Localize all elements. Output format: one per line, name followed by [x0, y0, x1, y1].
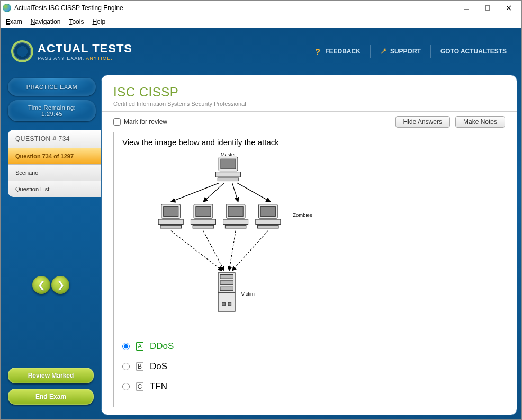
header: ACTUAL TESTS PASS ANY EXAM. ANYTIME. ? F…: [1, 28, 521, 75]
answers: A DDoS B DoS C TFN: [122, 341, 500, 392]
diagram-master-label: Master: [221, 152, 236, 157]
diagram-zombies-label: Zombies: [293, 212, 312, 218]
next-question-button[interactable]: [51, 276, 69, 294]
svg-rect-7: [218, 178, 239, 181]
svg-rect-21: [228, 207, 243, 217]
question-area[interactable]: View the image below and identify the at…: [113, 132, 509, 407]
separator: [370, 45, 371, 58]
feedback-label: FEEDBACK: [325, 48, 361, 55]
svg-line-11: [237, 183, 271, 202]
maximize-button[interactable]: [477, 1, 498, 15]
content-header: ISC CISSP Certified Information Systems …: [102, 75, 517, 112]
svg-line-29: [203, 231, 224, 271]
logo-line2: PASS ANY EXAM. ANYTIME.: [38, 56, 132, 61]
answer-a-radio[interactable]: [122, 343, 130, 350]
answer-c-radio[interactable]: [122, 383, 130, 390]
svg-rect-37: [222, 302, 226, 306]
separator: [305, 45, 305, 58]
logo-icon: [8, 37, 37, 66]
svg-rect-26: [256, 219, 281, 224]
main-split: PRACTICE EXAM Time Remaining: 1:29:45 QU…: [1, 75, 521, 419]
mark-label: Mark for review: [124, 118, 167, 126]
support-link[interactable]: SUPPORT: [376, 48, 425, 55]
answer-b-letter: B: [136, 362, 143, 371]
nav-arrows: [1, 265, 101, 305]
answer-c[interactable]: C TFN: [122, 381, 500, 392]
menu-exam[interactable]: Exam: [6, 18, 22, 25]
time-remaining-pill: Time Remaining: 1:29:45: [8, 100, 96, 121]
question-text: View the image below and identify the at…: [122, 138, 500, 147]
svg-rect-5: [221, 159, 236, 169]
menu-help[interactable]: Help: [92, 18, 105, 25]
feedback-link[interactable]: ? FEEDBACK: [311, 48, 365, 55]
svg-rect-19: [193, 225, 214, 228]
content-frame: ISC CISSP Certified Information Systems …: [101, 75, 517, 415]
answer-a-text: DDoS: [150, 341, 174, 352]
header-links: ? FEEDBACK SUPPORT GOTO ACTUALTESTS: [305, 45, 511, 58]
sidebar-actions: Review Marked End Exam: [1, 368, 101, 415]
window-controls: [456, 1, 519, 15]
support-label: SUPPORT: [390, 48, 421, 55]
sidebar-tabs: QUESTION # 734 Question 734 of 1297 Scen…: [8, 130, 101, 197]
attack-diagram: Master: [143, 152, 313, 321]
svg-rect-1: [485, 6, 490, 10]
app-body: ACTUAL TESTS PASS ANY EXAM. ANYTIME. ? F…: [1, 28, 521, 419]
goto-label: GOTO ACTUALTESTS: [440, 48, 507, 55]
close-button[interactable]: [498, 1, 519, 15]
prev-question-button[interactable]: [32, 276, 50, 294]
tab-scenario[interactable]: Scenario: [8, 164, 101, 181]
svg-rect-27: [258, 225, 279, 228]
svg-rect-17: [196, 207, 211, 217]
answer-a-letter: A: [136, 342, 143, 351]
make-notes-button[interactable]: Make Notes: [455, 116, 505, 128]
svg-line-9: [203, 183, 224, 202]
titlebar: ActualTests ISC CISSP Testing Engine: [1, 1, 521, 15]
hide-answers-button[interactable]: Hide Answers: [395, 116, 450, 128]
time-label: Time Remaining:: [28, 104, 76, 111]
answer-b[interactable]: B DoS: [122, 361, 500, 372]
app-icon: [3, 4, 11, 12]
answer-c-letter: C: [136, 382, 143, 391]
content-toolbar: Mark for review Hide Answers Make Notes: [102, 112, 517, 132]
svg-line-28: [171, 231, 222, 271]
logo-line1: ACTUAL TESTS: [38, 42, 132, 56]
menu-tools[interactable]: Tools: [69, 18, 84, 25]
svg-rect-23: [225, 225, 246, 228]
answer-c-text: TFN: [150, 381, 167, 392]
svg-rect-18: [191, 219, 215, 224]
svg-line-10: [232, 183, 238, 202]
svg-rect-35: [220, 287, 233, 291]
question-icon: ?: [315, 48, 322, 55]
menu-navigation[interactable]: Navigation: [31, 18, 61, 25]
sidebar: PRACTICE EXAM Time Remaining: 1:29:45 QU…: [1, 75, 101, 415]
review-marked-button[interactable]: Review Marked: [8, 368, 94, 383]
diagram-victim-label: Victim: [241, 291, 255, 297]
svg-rect-6: [215, 172, 240, 177]
svg-rect-15: [160, 225, 182, 228]
svg-rect-34: [220, 281, 233, 285]
separator: [430, 45, 431, 58]
practice-exam-pill[interactable]: PRACTICE EXAM: [8, 78, 96, 96]
minimize-button[interactable]: [456, 1, 477, 15]
tab-question-list[interactable]: Question List: [8, 181, 101, 197]
diagram: Master: [122, 150, 500, 328]
wrench-icon: [380, 48, 388, 55]
answer-a[interactable]: A DDoS: [122, 341, 500, 352]
tab-current-question[interactable]: Question 734 of 1297: [8, 148, 101, 164]
svg-line-31: [232, 231, 268, 271]
exam-title: ISC CISSP: [113, 85, 505, 100]
exam-subtitle: Certified Information Systems Security P…: [113, 101, 505, 107]
menubar: Exam Navigation Tools Help: [1, 15, 521, 28]
goto-link[interactable]: GOTO ACTUALTESTS: [436, 48, 511, 55]
window-title: ActualTests ISC CISSP Testing Engine: [14, 4, 456, 12]
mark-checkbox[interactable]: [113, 118, 121, 126]
mark-for-review[interactable]: Mark for review: [113, 118, 167, 126]
svg-rect-22: [223, 219, 248, 224]
app-window: ActualTests ISC CISSP Testing Engine Exa…: [0, 0, 522, 420]
answer-b-radio[interactable]: [122, 363, 130, 370]
svg-rect-38: [228, 302, 231, 306]
question-number-header: QUESTION # 734: [8, 130, 101, 148]
end-exam-button[interactable]: End Exam: [8, 389, 94, 405]
svg-rect-25: [260, 207, 275, 217]
logo-text: ACTUAL TESTS PASS ANY EXAM. ANYTIME.: [38, 42, 132, 61]
